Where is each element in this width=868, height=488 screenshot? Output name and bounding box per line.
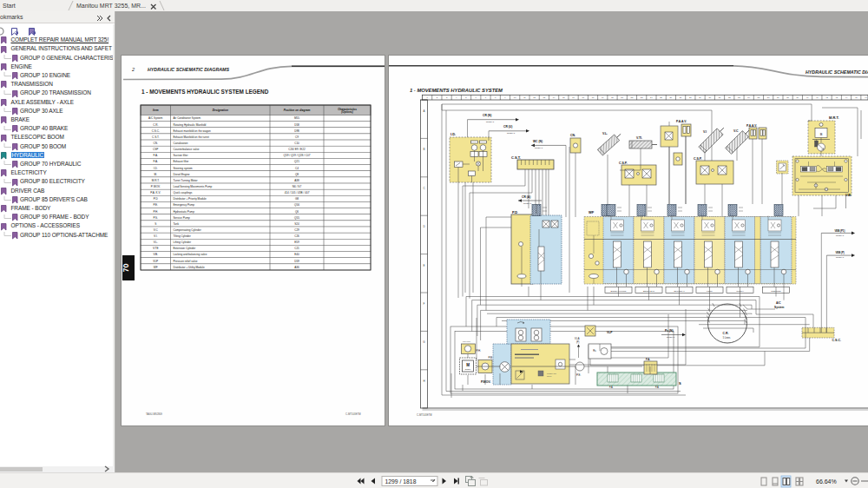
svg-text:C: C [423, 187, 425, 190]
svg-text:Exhaust manifold on the wagon: Exhaust manifold on the wagon [174, 129, 211, 133]
svg-text:Rs: Rs [593, 349, 596, 353]
svg-text:G: G [423, 340, 425, 344]
svg-text:CR (U): CR (U) [503, 125, 512, 129]
svg-text:V.I.: V.I. [154, 234, 157, 238]
svg-text:C.S.C.: C.S.C. [832, 339, 842, 342]
svg-text:HYDRAULIC SCHEMATIC DIAGRAMS: HYDRAULIC SCHEMATIC DIAGRAMS [806, 69, 868, 75]
svg-text:A/C: A/C [776, 301, 781, 305]
svg-text:WF: WF [154, 266, 158, 269]
svg-text:Q59 / Q19 / Q28 / C07: Q59 / Q19 / Q28 / C07 [284, 154, 311, 157]
svg-text:Q21: Q21 [294, 160, 299, 163]
svg-text:N6 / S7: N6 / S7 [293, 185, 302, 188]
svg-text:SCHEMA 2: SCHEMA 2 [486, 121, 494, 122]
svg-text:VEB (P): VEB (P) [836, 251, 845, 254]
svg-text:Exhaust filter: Exhaust filter [174, 160, 189, 163]
svg-text:P.H.: P.H. [477, 349, 482, 353]
svg-text:C9: C9 [295, 135, 299, 139]
svg-text:VLP: VLP [153, 260, 158, 263]
svg-text:M.R.T.: M.R.T. [829, 115, 839, 120]
svg-text:SCHEMA 2: SCHEMA 2 [667, 336, 674, 338]
svg-text:A38: A38 [294, 179, 299, 182]
svg-text:C.R.: C.R. [723, 332, 729, 335]
svg-text:(Options): (Options) [341, 110, 352, 114]
svg-text:HYDRAULIC SCHEMATIC DIAGRAMS: HYDRAULIC SCHEMATIC DIAGRAMS [148, 67, 230, 72]
svg-text:VEB (P1): VEB (P1) [835, 229, 845, 233]
svg-text:Tank: Tank [174, 222, 180, 226]
svg-text:Diesel Engine: Diesel Engine [174, 173, 190, 176]
svg-text:Extension Cylinder: Extension Cylinder [174, 247, 196, 250]
svg-text:Main pump: Main pump [463, 340, 470, 342]
svg-text:Tilting Cylinder: Tilting Cylinder [174, 234, 191, 238]
svg-text:M55: M55 [294, 116, 299, 120]
svg-text:C26/ E9 / E22: C26/ E9 / E22 [288, 148, 306, 151]
svg-text:C26: C26 [294, 234, 299, 238]
svg-text:M.: M. [155, 173, 158, 176]
svg-text:Load Sensing Movements Pump: Load Sensing Movements Pump [174, 185, 213, 188]
svg-text:2: 2 [131, 67, 135, 72]
svg-text:B: B [423, 148, 424, 151]
svg-text:414 / 105 / 43B / 407: 414 / 105 / 43B / 407 [285, 191, 310, 195]
svg-text:C-MT103ETM: C-MT103ETM [345, 412, 361, 416]
svg-text:Hydrostatic Pump: Hydrostatic Pump [174, 210, 195, 214]
svg-text:CN.: CN. [154, 142, 158, 145]
svg-text:P.S.: P.S. [154, 216, 159, 220]
svg-text:F: F [424, 302, 425, 306]
svg-text:TAGU-MS2809: TAGU-MS2809 [146, 412, 162, 416]
svg-text:V.B.: V.B. [153, 253, 158, 256]
svg-text:V.L.: V.L. [154, 241, 158, 244]
svg-text:70: 70 [122, 263, 130, 272]
svg-text:F.A.: F.A. [154, 154, 158, 157]
svg-text:Suction filter: Suction filter [174, 154, 188, 157]
svg-text:V.B.: V.B. [845, 194, 852, 197]
svg-text:SCHEMA 2: SCHEMA 2 [523, 202, 531, 204]
svg-text:D: D [423, 225, 425, 228]
svg-text:D98: D98 [294, 129, 299, 133]
svg-text:Turret Turning Motor: Turret Turning Motor [174, 179, 198, 182]
svg-text:F.A.: F.A. [154, 160, 158, 163]
svg-text:P.A. K.V.: P.A. K.V. [150, 191, 161, 195]
svg-text:Designation: Designation [213, 109, 228, 112]
svg-text:Lifting Cylinder: Lifting Cylinder [174, 241, 191, 244]
svg-text:P.M.: P.M. [489, 356, 494, 359]
svg-text:Steering system: Steering system [174, 167, 194, 170]
svg-text:Locking and balancing valve: Locking and balancing valve [174, 253, 207, 256]
svg-text:E: E [423, 264, 424, 267]
svg-text:F.A.: F.A. [609, 386, 614, 389]
svg-text:A36: A36 [294, 266, 299, 269]
svg-text:(P): (P) [576, 340, 580, 344]
svg-text:Quick couplings: Quick couplings [174, 191, 193, 195]
svg-text:C29: C29 [294, 228, 299, 232]
svg-text:1 - MOVEMENTS HYDRAULIC SYSTEM: 1 - MOVEMENTS HYDRAULIC SYSTEM LEGEND [141, 89, 269, 95]
svg-text:I.D.: I.D. [450, 132, 456, 136]
svg-text:S: S [155, 222, 156, 226]
svg-text:Rotating Hydraulic Manifold: Rotating Hydraulic Manifold [174, 123, 207, 127]
svg-text:C.S.P.: C.S.P. [619, 162, 628, 165]
svg-text:Ps (N): Ps (N) [665, 329, 674, 333]
svg-text:C21: C21 [294, 247, 299, 250]
svg-text:1299 / 1818: 1299 / 1818 [385, 478, 417, 485]
svg-text:C.S.T.: C.S.T. [511, 155, 521, 160]
svg-text:Position on diagram: Position on diagram [284, 109, 311, 112]
svg-text:SCHEMA 2: SCHEMA 2 [535, 147, 542, 148]
svg-text:V.TE: V.TE [153, 247, 159, 250]
svg-text:V.TI.: V.TI. [636, 136, 642, 140]
svg-text:5 Lines: 5 Lines [723, 336, 731, 340]
svg-text:D58: D58 [294, 123, 299, 127]
svg-text:V.LA: V.LA [575, 337, 580, 340]
svg-text:diesel: diesel [465, 368, 471, 371]
svg-text:I.D.: I.D. [154, 167, 158, 170]
svg-text:P. MOV.: P. MOV. [151, 185, 161, 188]
svg-text:Compensating Cylinder: Compensating Cylinder [174, 228, 201, 232]
svg-text:C.R.: C.R. [153, 123, 158, 127]
svg-text:F.A.: F.A. [655, 386, 660, 389]
svg-text:CSP: CSP [153, 148, 158, 151]
svg-text:SCHEMA 2: SCHEMA 2 [836, 256, 844, 258]
svg-text:E59: E59 [294, 241, 299, 244]
svg-text:Q6: Q6 [295, 210, 299, 214]
svg-text:Canalization: Canalization [174, 142, 188, 145]
svg-text:C.S.C.: C.S.C. [152, 129, 160, 133]
svg-text:P.D: P.D [512, 210, 517, 214]
svg-text:Pressure relief valve: Pressure relief valve [174, 260, 198, 263]
svg-text:Pressure and: Pressure and [547, 373, 556, 374]
svg-text:V.I: V.I [703, 130, 707, 134]
